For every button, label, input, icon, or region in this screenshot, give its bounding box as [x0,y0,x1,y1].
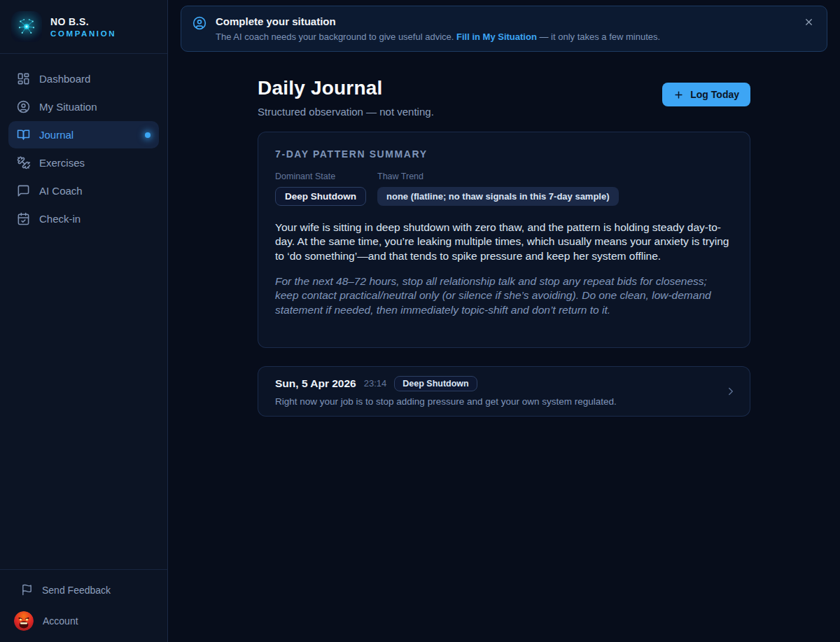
sidebar-item-label: Dashboard [39,73,90,85]
banner-body-suffix: — it only takes a few minutes. [537,32,660,42]
account-button[interactable]: Account [11,611,156,631]
pattern-recommendation-text: For the next 48–72 hours, stop all relat… [275,274,733,317]
sidebar-item-ai-coach[interactable]: AI Coach [8,177,159,204]
fill-in-my-situation-link[interactable]: Fill in My Situation [456,32,537,42]
user-circle-icon [17,100,30,113]
sidebar-item-label: Check-in [39,213,80,225]
entry-header: Sun, 5 Apr 2026 23:14 Deep Shutdown [275,376,617,391]
account-label: Account [43,615,78,627]
dumbbell-icon [17,156,30,169]
pattern-summary-title: 7-DAY PATTERN SUMMARY [275,148,733,160]
banner-body-prefix: The AI coach needs your background to gi… [216,32,456,42]
banner-text: Complete your situation The AI coach nee… [216,15,660,42]
banner-title: Complete your situation [216,15,660,27]
sidebar-item-check-in[interactable]: Check-in [8,205,159,232]
sidebar-item-journal[interactable]: Journal [8,121,159,148]
pattern-analysis-text: Your wife is sitting in deep shutdown wi… [275,221,733,263]
app-logo-icon [11,11,42,42]
sidebar: NO B.S. COMPANION Dashboard My Situation… [0,0,168,642]
thaw-trend-stat: Thaw Trend none (flatline; no thaw signa… [377,172,619,206]
user-circle-icon [192,16,206,30]
chevron-right-icon [724,385,737,398]
close-icon [804,17,814,27]
thaw-trend-badge: none (flatline; no thaw signals in this … [377,187,619,206]
entry-state-badge: Deep Shutdown [394,376,477,391]
sidebar-item-exercises[interactable]: Exercises [8,149,159,176]
send-feedback-label: Send Feedback [42,585,111,596]
journal-notification-dot [145,132,150,138]
flag-icon [21,584,33,596]
banner-body: The AI coach needs your background to gi… [216,32,660,42]
entry-content: Sun, 5 Apr 2026 23:14 Deep Shutdown Righ… [275,376,617,407]
book-open-icon [17,128,30,141]
brand-text: NO B.S. COMPANION [50,16,116,38]
sidebar-nav: Dashboard My Situation Journal Exercises [0,54,167,244]
page-subtitle: Structured observation — not venting. [258,106,434,118]
sidebar-item-label: Journal [39,129,74,141]
entry-date: Sun, 5 Apr 2026 [275,377,356,390]
entry-summary: Right now your job is to stop adding pre… [275,396,617,407]
brand-title: NO B.S. [50,16,116,27]
dominant-state-label: Dominant State [275,172,366,181]
sidebar-item-label: My Situation [39,101,97,113]
page-header: Daily Journal Structured observation — n… [258,77,750,118]
avatar [14,611,34,631]
main-area: Complete your situation The AI coach nee… [168,0,840,642]
journal-entry-row[interactable]: Sun, 5 Apr 2026 23:14 Deep Shutdown Righ… [258,366,750,417]
page-title: Daily Journal [258,77,434,99]
complete-situation-banner: Complete your situation The AI coach nee… [181,6,827,52]
sidebar-footer: Send Feedback [0,569,167,642]
log-today-label: Log Today [690,89,739,100]
sidebar-item-label: Exercises [39,157,85,169]
banner-close-button[interactable] [802,15,816,29]
calendar-check-icon [17,212,30,225]
pattern-stats: Dominant State Deep Shutdown Thaw Trend … [275,172,733,206]
sidebar-item-dashboard[interactable]: Dashboard [8,65,159,92]
log-today-button[interactable]: Log Today [662,83,750,106]
entry-time: 23:14 [364,378,387,389]
sidebar-item-label: AI Coach [39,185,83,197]
page-header-text: Daily Journal Structured observation — n… [258,77,434,118]
dominant-state-stat: Dominant State Deep Shutdown [275,172,366,206]
send-feedback-button[interactable]: Send Feedback [11,584,156,596]
sidebar-item-my-situation[interactable]: My Situation [8,93,159,120]
thaw-trend-label: Thaw Trend [377,172,619,181]
message-square-icon [17,184,30,197]
brand-subtitle: COMPANION [50,29,116,38]
journal-page: Daily Journal Structured observation — n… [258,77,750,417]
brand: NO B.S. COMPANION [0,0,167,54]
dashboard-icon [17,72,30,85]
plus-icon [673,90,684,100]
pattern-summary-card: 7-DAY PATTERN SUMMARY Dominant State Dee… [258,132,750,348]
dominant-state-badge: Deep Shutdown [275,187,366,206]
